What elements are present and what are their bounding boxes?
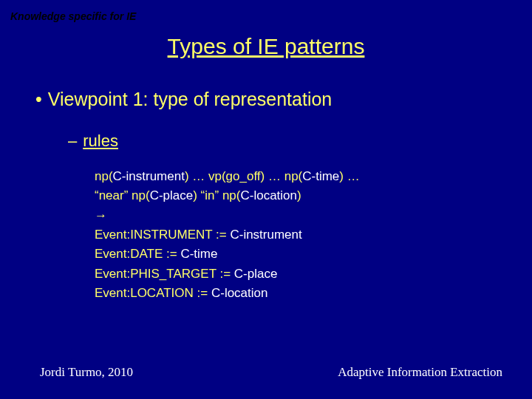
- rule-line-2: “near” np(C-place) “in” np(C-location): [95, 186, 360, 205]
- bullet-level-1: •Viewpoint 1: type of representation: [35, 89, 332, 110]
- rule-line-7: Event:LOCATION := C-location: [95, 284, 360, 303]
- rule-variable: C-instrument: [230, 228, 301, 242]
- rule-line-6: Event:PHIS_TARGET := C-place: [95, 265, 360, 284]
- rule-text: Event:DATE :=: [95, 247, 180, 261]
- bullet-dash-icon: –: [68, 132, 77, 150]
- rule-line-5: Event:DATE := C-time: [95, 245, 360, 264]
- footer-author: Jordi Turmo, 2010: [40, 365, 133, 380]
- rule-block: np(C-instrument) … vp(go_off) … np(C-tim…: [95, 167, 360, 303]
- rule-variable: C-time: [302, 169, 339, 183]
- rule-variable: C-location: [211, 286, 268, 300]
- rule-text: ): [297, 188, 301, 202]
- slide-section-label: Knowledge specific for IE: [10, 10, 136, 22]
- rule-text: ) …: [339, 169, 359, 183]
- rule-arrow: →: [95, 206, 360, 225]
- rule-variable: C-instrument: [113, 169, 185, 183]
- bullet-level-1-text: Viewpoint 1: type of representation: [48, 89, 332, 109]
- rule-text: ) “in” np(: [193, 188, 240, 202]
- rule-line-1: np(C-instrument) … vp(go_off) … np(C-tim…: [95, 167, 360, 186]
- bullet-level-2-text: rules: [83, 132, 118, 150]
- rule-text: Event:INSTRUMENT :=: [95, 228, 230, 242]
- rule-variable: C-location: [240, 188, 297, 202]
- footer-topic: Adaptive Information Extraction: [338, 365, 502, 380]
- rule-text: Event:LOCATION :=: [95, 286, 211, 300]
- rule-line-4: Event:INSTRUMENT := C-instrument: [95, 225, 360, 245]
- bullet-dot-icon: •: [35, 89, 42, 109]
- rule-variable: C-place: [234, 267, 278, 281]
- rule-text: Event:PHIS_TARGET :=: [95, 267, 234, 281]
- slide-title: Types of IE patterns: [0, 34, 532, 59]
- rule-text: “near” np(: [95, 188, 150, 202]
- bullet-level-2: –rules: [68, 132, 118, 151]
- rule-variable: C-time: [180, 247, 217, 261]
- rule-text: ) … vp(go_off) … np(: [185, 169, 302, 183]
- rule-variable: C-place: [150, 188, 194, 202]
- rule-text: np(: [95, 169, 113, 183]
